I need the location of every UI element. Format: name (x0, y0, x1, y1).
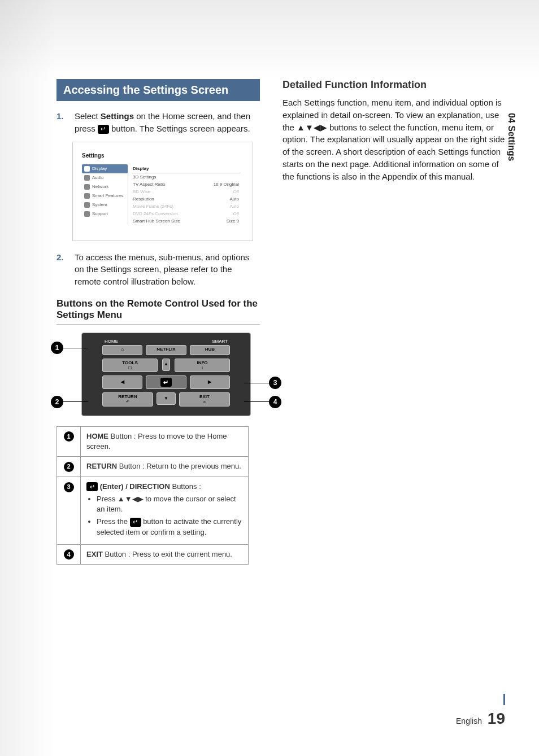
nav-label: Display (92, 166, 107, 171)
setting-label: 3D Settings (133, 174, 156, 180)
label-home: HOME (105, 339, 118, 344)
setting-label: Smart Hub Screen Size (133, 219, 180, 224)
nav-item-audio[interactable]: Audio (82, 173, 128, 182)
right-column: Detailed Function Information Each Setti… (282, 79, 505, 565)
audio-icon (84, 175, 90, 181)
step-2: 2. To access the menus, sub-menus, and o… (56, 251, 260, 288)
list-item: Press ▲▼◀▶ to move the cursor or select … (97, 494, 242, 514)
text: Select (75, 111, 101, 121)
nav-label: Support (92, 211, 108, 216)
setting-value: Size 3 (227, 219, 239, 224)
system-icon (84, 202, 90, 208)
enter-icon (130, 518, 141, 527)
footer-rule (503, 694, 505, 705)
remote-rail (86, 340, 92, 408)
step-1: 1. Select Settings on the Home screen, a… (56, 110, 260, 135)
network-icon (84, 184, 90, 190)
legend-num-3: 3 (64, 482, 74, 492)
settings-title: Settings (82, 152, 244, 159)
table-row: 2 RETURN Button : Return to the previous… (57, 457, 249, 477)
support-icon (84, 211, 90, 217)
setting-label: BD Wise (133, 189, 150, 194)
setting-value: Auto (230, 196, 239, 202)
settings-row[interactable]: Movie Frame (24Fs)Auto (132, 203, 240, 210)
page: 04 Settings Accessing the Settings Scree… (0, 0, 539, 756)
display-icon (84, 166, 90, 172)
callout-2: 2 (51, 396, 63, 408)
settings-row[interactable]: DVD 24Fs ConversionOff (132, 210, 240, 217)
subheading-remote: Buttons on the Remote Control Used for t… (56, 298, 260, 325)
callout-3: 3 (269, 377, 281, 389)
remote-top-labels: HOME SMART (102, 339, 230, 345)
setting-value: Off (233, 189, 239, 194)
settings-nav: Display Audio Network Smart Features Sys… (82, 164, 128, 225)
remote-legend-table: 1 HOME Button : Press to move to the Hom… (56, 426, 249, 565)
info-button[interactable]: INFOi (175, 359, 230, 372)
table-row: 4 EXIT Button : Press to exit the curren… (57, 544, 249, 565)
legend-text: HOME Button : Press to move to the Home … (81, 426, 249, 456)
tools-button[interactable]: TOOLS☐ (102, 359, 158, 372)
callout-line (244, 401, 269, 402)
table-row: 3 (Enter) / DIRECTION Buttons : Press ▲▼… (57, 477, 249, 544)
nav-label: Audio (92, 175, 103, 180)
nav-item-display[interactable]: Display (82, 164, 128, 173)
dpad-up[interactable]: ▲ (162, 359, 170, 371)
settings-row[interactable]: Smart Hub Screen SizeSize 3 (132, 217, 240, 225)
background-fade-left (0, 0, 56, 756)
return-button[interactable]: RETURN↶ (102, 392, 153, 406)
nav-label: System (92, 202, 107, 207)
setting-label: Movie Frame (24Fs) (133, 204, 173, 209)
page-number: 19 (488, 710, 505, 727)
settings-row[interactable]: 3D Settings (132, 173, 240, 181)
table-row: 1 HOME Button : Press to move to the Hom… (57, 426, 249, 456)
nav-item-smart-features[interactable]: Smart Features (82, 191, 128, 200)
home-button[interactable]: ⌂ (102, 345, 142, 355)
legend-num-1: 1 (64, 431, 74, 442)
nav-item-system[interactable]: System (82, 200, 128, 209)
text: button. The Settings screen appears. (109, 124, 250, 133)
step-number: 1. (56, 110, 67, 135)
arrows: ▲▼◀▶ (297, 123, 327, 132)
setting-value: Auto (230, 204, 239, 209)
nav-item-network[interactable]: Network (82, 182, 128, 191)
label-smart: SMART (212, 339, 228, 344)
settings-row[interactable]: ResolutionAuto (132, 195, 240, 203)
legend-text: EXIT Button : Press to exit the current … (81, 544, 249, 565)
nav-label: Network (92, 184, 108, 189)
exit-button[interactable]: EXIT⤫ (179, 392, 230, 406)
enter-icon (160, 378, 172, 387)
settings-row[interactable]: TV Aspect Ratio16:9 Original (132, 181, 240, 188)
callout-line (244, 383, 269, 383)
settings-pane: Display 3D SettingsTV Aspect Ratio16:9 O… (128, 164, 244, 225)
dpad-left[interactable]: ◀ (102, 375, 142, 389)
smart-icon (84, 193, 90, 199)
settings-row[interactable]: BD WiseOff (132, 188, 240, 195)
page-footer: English 19 (456, 710, 505, 728)
remote-illustration: 1 2 3 4 HOME SMART ⌂ NETFLIX HUB (72, 333, 260, 416)
enter-button[interactable] (146, 375, 186, 389)
callout-line (63, 401, 88, 402)
section-tab: 04 Settings (506, 113, 516, 161)
list-item: Press the button to activate the current… (97, 517, 242, 537)
step-text: Select Settings on the Home screen, and … (75, 110, 260, 135)
setting-value: 16:9 Original (214, 182, 239, 187)
text-bold: Settings (101, 111, 134, 121)
dpad-down[interactable]: ▼ (157, 392, 176, 405)
smart-hub-button[interactable]: HUB (190, 345, 230, 355)
legend-text: (Enter) / DIRECTION Buttons : Press ▲▼◀▶… (81, 477, 249, 544)
netflix-button[interactable]: NETFLIX (146, 345, 186, 355)
dpad-right[interactable]: ▶ (190, 375, 230, 389)
content: Accessing the Settings Screen 1. Select … (56, 79, 505, 565)
callout-line (63, 348, 88, 348)
enter-icon (98, 125, 109, 134)
setting-value: Off (233, 211, 239, 216)
callout-1: 1 (51, 342, 63, 354)
pane-title: Display (132, 164, 240, 173)
detailed-info-body: Each Settings function, menu item, and i… (282, 97, 505, 182)
detailed-info-heading: Detailed Function Information (282, 79, 505, 91)
remote-rail (241, 340, 246, 408)
nav-item-support[interactable]: Support (82, 209, 128, 219)
nav-label: Smart Features (92, 193, 123, 198)
left-column: Accessing the Settings Screen 1. Select … (56, 79, 260, 565)
step-text: To access the menus, sub-menus, and opti… (75, 251, 260, 288)
